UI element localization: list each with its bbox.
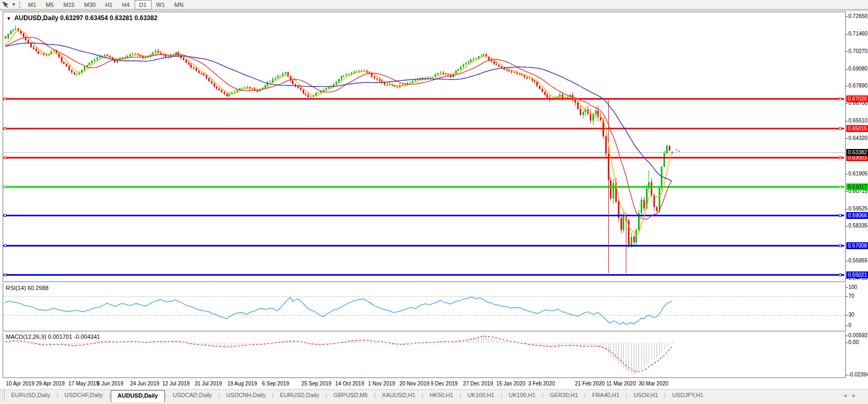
tab-hk50-h1[interactable]: HK50,H1	[423, 390, 460, 401]
price-tick-label: 0.59525	[848, 206, 867, 212]
timeframe-button-m5[interactable]: M5	[41, 0, 58, 10]
date-label: 15 Jan 2020	[496, 381, 525, 387]
price-line-badge: 0.67026	[846, 95, 868, 102]
date-label: 31 Jul 2019	[194, 381, 222, 387]
axis-tick	[846, 191, 848, 192]
axis-tick	[846, 278, 848, 279]
drawing-cursor-icon[interactable]	[0, 1, 11, 9]
tab-usoil-h1[interactable]: USOil,H1	[627, 390, 665, 401]
price-tick-label: 0.55955	[848, 258, 867, 264]
tab-usdcnh-daily[interactable]: USDCNH,Daily	[220, 390, 272, 401]
tab-scroll-left-icon[interactable]: ◄	[843, 393, 852, 398]
date-label: 24 Jun 2019	[130, 381, 159, 387]
axis-tick	[846, 103, 848, 104]
price-tick-label: 0.67890	[848, 83, 867, 89]
rsi-tick-label: 30	[848, 312, 854, 318]
price-tick-label: 0.71460	[848, 31, 867, 37]
date-label: 12 Jul 2019	[162, 381, 190, 387]
price-tick-label: 0.72650	[848, 13, 867, 19]
macd-indicator-label: MACD(12,26,9) 0.001701 -0.004341	[6, 333, 100, 340]
caret-down-icon[interactable]: ▼	[11, 2, 17, 7]
date-label: 25 Sep 2019	[302, 381, 332, 387]
macd-tick-label: 0.005923	[848, 332, 868, 338]
symbol-dropdown-icon[interactable]: ▼	[6, 16, 11, 21]
timeframe-button-m15[interactable]: M15	[59, 0, 79, 10]
timeframe-button-m1[interactable]: M1	[23, 0, 41, 10]
rsi-tick-label: 100	[848, 284, 857, 290]
timeframe-button-mn[interactable]: MN	[170, 0, 188, 10]
tabs-container: EURUSD,Daily|USDCHF,Daily|AUDUSD,Daily|U…	[5, 390, 710, 402]
date-label: 19 Aug 2019	[227, 381, 257, 387]
date-label: 29 Apr 2019	[36, 381, 65, 387]
rsi-tick-label: 70	[848, 293, 854, 299]
price-line-badge: 0.59066	[846, 212, 868, 219]
date-label: 6 Sep 2019	[262, 381, 289, 387]
price-tick-label: 0.70270	[848, 48, 867, 54]
axis-tick	[846, 261, 848, 261]
tab-ger30-h1[interactable]: GER30,H1	[543, 390, 584, 401]
rsi-indicator-label: RSI(14) 60.2988	[6, 285, 49, 291]
tab-eurusd-daily[interactable]: EURUSD,Daily	[273, 390, 325, 401]
price-tick-label: 0.61905	[848, 171, 867, 177]
tab-scroll-right-icon[interactable]: ►	[852, 393, 861, 398]
axis-tick	[846, 342, 848, 343]
axis-tick	[846, 121, 848, 121]
axis-tick	[846, 34, 848, 34]
price-line-badge: 0.57008	[846, 242, 868, 249]
tab-audusd-daily[interactable]: AUDUSD,Daily	[111, 390, 165, 402]
axis-tick	[846, 287, 848, 288]
timeframe-button-h4[interactable]: H4	[117, 0, 134, 10]
price-tick-label: 0.65510	[848, 118, 867, 124]
date-label: 9 Dec 2019	[430, 381, 457, 387]
date-label: 10 Apr 2019	[6, 381, 34, 387]
price-tick-label: 0.64320	[848, 135, 867, 141]
macd-tick-label: 0.00	[848, 339, 858, 345]
tab-xauusd-h1[interactable]: XAUUSD,H1	[376, 390, 422, 401]
tab-usdcad-daily[interactable]: USDCAD,Daily	[166, 390, 218, 401]
timeframe-button-d1[interactable]: D1	[135, 0, 152, 10]
timeframe-button-h1[interactable]: H1	[100, 0, 117, 10]
tab-usdjpy-h1[interactable]: USDJPY,H1	[666, 390, 710, 401]
macd-tick-label: -0.02394	[848, 372, 868, 377]
timeframe-button-m30[interactable]: M30	[79, 0, 100, 10]
date-label: 20 Nov 2019	[400, 381, 430, 387]
chart-title: ▼AUDUSD,Daily 0.63297 0.63454 0.63281 0.…	[6, 14, 157, 22]
axis-tick	[846, 315, 848, 315]
price-line-badge: 0.61017	[846, 183, 868, 190]
axis-tick	[846, 209, 848, 209]
date-label: 11 Mar 2020	[606, 381, 635, 387]
axis-tick	[846, 86, 848, 86]
axis-tick	[846, 336, 848, 336]
axis-tick	[846, 51, 848, 52]
tab-eurusd-daily[interactable]: EURUSD,Daily	[5, 390, 57, 401]
axis-tick	[846, 174, 848, 174]
timeframe-buttons: M1M5M15M30H1H4D1W1MN	[23, 0, 188, 10]
date-label: 3 Feb 2020	[528, 381, 555, 387]
date-label: 30 Mar 2020	[639, 381, 668, 387]
chart-window: ▼AUDUSD,Daily 0.63297 0.63454 0.63281 0.…	[0, 11, 868, 390]
tab-uk100-h1[interactable]: UK100,H1	[461, 390, 501, 401]
tab-scroll-arrows: ◄►	[843, 390, 868, 398]
tab-fra40-h1[interactable]: FRA40,H1	[586, 390, 625, 401]
price-chart-canvas[interactable]	[3, 12, 846, 378]
price-tick-label: 0.58335	[848, 223, 867, 229]
date-label: 21 Feb 2020	[575, 381, 605, 387]
date-label: 17 May 2019	[68, 381, 99, 387]
toolbar-grip	[19, 2, 20, 8]
date-axis[interactable]: 10 Apr 201929 Apr 201917 May 20195 Jun 2…	[3, 379, 846, 390]
timeframe-button-w1[interactable]: W1	[152, 0, 170, 10]
date-label: 27 Dec 2019	[463, 381, 493, 387]
axis-tick	[846, 138, 848, 139]
axis-tick	[846, 375, 848, 375]
tab-uk100-h1[interactable]: UK100,H1	[502, 390, 542, 401]
axis-tick	[846, 296, 848, 297]
price-tick-label: 0.69080	[848, 66, 867, 72]
tab-gbpusd-m5[interactable]: GBPUSD,M5	[327, 390, 374, 401]
tab-usdchf-daily[interactable]: USDCHF,Daily	[58, 390, 109, 401]
chart-title-text: AUDUSD,Daily 0.63297 0.63454 0.63281 0.6…	[14, 14, 157, 22]
current-price-badge: 0.63382	[846, 149, 868, 156]
axis-tick	[846, 326, 848, 326]
chart-tab-bar: EURUSD,Daily|USDCHF,Daily|AUDUSD,Daily|U…	[0, 389, 868, 404]
date-label: 1 Nov 2019	[368, 381, 395, 387]
axis-tick	[846, 16, 848, 17]
